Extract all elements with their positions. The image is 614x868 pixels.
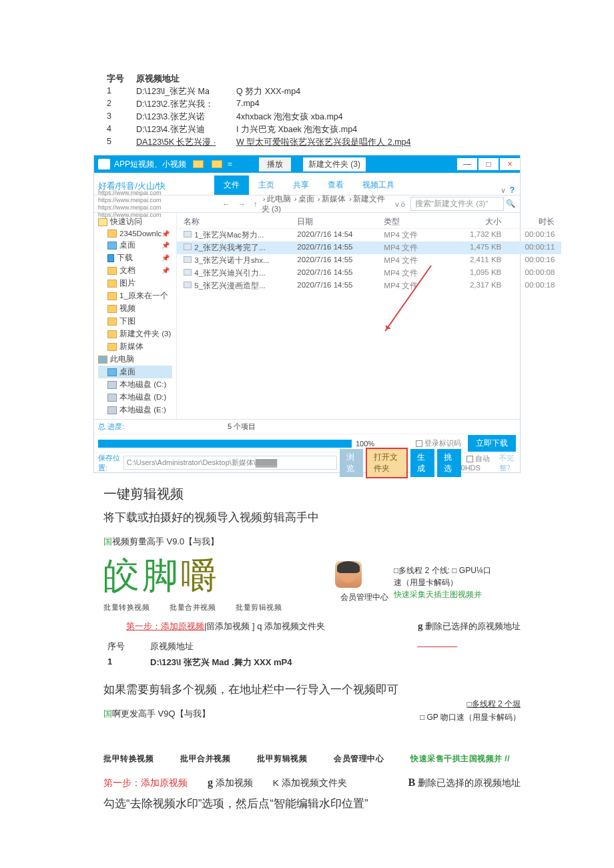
sidebar-tree: 快速访问2345Downlc📌桌面📌下载📌文档📌图片1_原来在一个视频下图新建文…	[94, 213, 177, 419]
app1-title: 视频剪量高手 V9.0【与我】	[112, 536, 219, 546]
tree-item[interactable]: 本地磁盘 (C:)	[98, 378, 172, 391]
decorative-characters: 皎脚嚼	[103, 552, 282, 600]
step2-label[interactable]: 第一步：添加原视频	[103, 777, 188, 789]
pin-icon: 📌	[162, 242, 172, 249]
checkbox-login-id[interactable]	[416, 440, 422, 447]
item-count: 5 个项目	[221, 422, 262, 432]
avatar-icon[interactable]	[335, 561, 362, 588]
nav-up[interactable]: ↑	[250, 200, 262, 208]
folder-icon[interactable]	[193, 160, 204, 168]
nav-back[interactable]: ←	[218, 200, 234, 208]
open-folder-button[interactable]: 打开文件夹	[366, 448, 408, 478]
search-icon[interactable]: 🔍	[506, 199, 515, 208]
tree-item[interactable]: 文档📌	[98, 264, 172, 277]
incomplete-link[interactable]: 不完整?	[493, 453, 516, 473]
tree-item[interactable]: 本地磁盘 (E:)	[98, 404, 172, 416]
breadcrumb[interactable]: ›此电脑 ›桌面 ›新媒体 ›新建文件夹 (3)	[262, 194, 390, 214]
titlebar[interactable]: APP短视频、小视频 = 播放 新建文件夹 (3) — □ ×	[94, 155, 520, 173]
col-size[interactable]: 大小	[449, 217, 503, 227]
col-addr: 原视频地址	[136, 73, 236, 85]
minimize-button[interactable]: —	[457, 158, 477, 170]
fld-icon	[107, 230, 117, 238]
add-folder-k[interactable]: K 添加视频文件夹	[273, 777, 347, 789]
quick-collect-link[interactable]: 快速采集天插主图视频并	[394, 588, 521, 600]
tree-item-label: 桌面	[119, 367, 135, 377]
folder-icon-2[interactable]	[212, 160, 222, 168]
tree-item[interactable]: 1_原来在一个	[98, 290, 172, 302]
nav-forward[interactable]: →	[234, 200, 250, 208]
pin-icon: 📌	[162, 254, 172, 262]
download-now-button[interactable]: 立即下载	[468, 435, 516, 452]
close-button[interactable]: ×	[500, 158, 520, 170]
checkbox-auto-hds[interactable]	[467, 456, 473, 462]
tabs-row-2: 批甲转换视频 批甲合并视频 批甲剪辑视频 会员管理中心 快速采售干拱主国视频并 …	[103, 753, 521, 765]
file-icon	[184, 282, 192, 288]
tree-item[interactable]: 快速访问	[98, 215, 172, 228]
blue-icon	[107, 368, 117, 376]
search-input[interactable]: 搜索"新建文件夹 (3)" 🔍	[410, 197, 504, 211]
tree-item[interactable]: 新建文件夹 (3)	[98, 328, 172, 340]
col-type[interactable]: 类型	[382, 217, 449, 227]
col-date[interactable]: 日期	[296, 217, 382, 227]
quick-collect-link-2[interactable]: 快速采售干拱主国视频并 //	[410, 753, 510, 765]
heading-one-click-edit: 一键剪辑视频	[103, 485, 521, 503]
tree-item[interactable]: 本地磁盘 (D:)	[98, 391, 172, 404]
video-editor-strip-2: 国啊更发高手 V9Q【与我】 □多线程 2 个堀 □ GP 吻口速（用显卡解码）…	[103, 708, 521, 789]
tree-item[interactable]: 此电脑	[98, 353, 172, 366]
tree-item-label: 此电脑	[110, 354, 134, 364]
tab-view[interactable]: 查看	[318, 175, 353, 195]
tree-item[interactable]: 下载📌	[98, 252, 172, 264]
maximize-button[interactable]: □	[479, 158, 499, 170]
fld-icon	[107, 267, 117, 275]
original-address-table: 字号 原视频地址 1D:\123\l_张艺兴 MaQ 努力 XXX-mp4 2D…	[107, 73, 614, 148]
progress-percent: 100%	[356, 440, 374, 448]
tab-share[interactable]: 共享	[284, 175, 318, 195]
file-icon	[184, 269, 192, 276]
add-video-g[interactable]: g g 添加视频添加视频	[208, 777, 253, 789]
delete-selected-b[interactable]: B 删除已选择的原视频地址	[408, 777, 521, 789]
tree-item[interactable]: 桌面📌	[98, 239, 172, 252]
save-path-input[interactable]: C:\Users\Administrator\Desktop\新媒体\▓▓▓▓	[123, 456, 337, 470]
delete-selected-link[interactable]: g 删除已选择的原视频地址	[418, 620, 521, 632]
tree-item[interactable]: 下图	[98, 315, 172, 328]
tab-home[interactable]: 主页	[249, 175, 284, 195]
tab-file[interactable]: 文件	[214, 175, 249, 195]
step-row-2: 第一步：添加原视频 g g 添加视频添加视频 K 添加视频文件夹 B 删除已选择…	[103, 777, 521, 789]
tree-item[interactable]: 图片	[98, 277, 172, 290]
pin-icon: 📌	[162, 267, 172, 274]
col-name[interactable]: 名称	[182, 217, 296, 227]
tree-item-label: 本地磁盘 (D:)	[119, 392, 166, 402]
play-tab[interactable]: 播放	[259, 157, 291, 171]
generate-button[interactable]: 生成	[410, 449, 434, 477]
tree-item[interactable]: 桌面	[98, 366, 172, 378]
tree-item[interactable]: 2345Downlc📌	[98, 228, 172, 239]
fld-icon	[107, 330, 117, 338]
app-title: APP短视频、小视频	[114, 159, 186, 170]
file-row[interactable]: 4_张艺兴迪兴引力...2020/7/16 14:55MP4 文件1,095 K…	[177, 267, 561, 280]
pick-button[interactable]: 挑选	[437, 449, 461, 477]
file-row[interactable]: 2_张艺兴我考完了...2020/7/16 14:55MP4 文件1,475 K…	[177, 242, 561, 254]
help-icon[interactable]: ?	[510, 185, 520, 195]
browse-button[interactable]: 浏览	[340, 449, 364, 477]
step1-label[interactable]: 第一步：添加原视频	[126, 621, 204, 631]
nav-row: https://www.meipai.com https://www.meipa…	[94, 195, 520, 213]
file-row[interactable]: 3_张艺兴诺十月shx...2020/7/16 14:55MP4 文件2,411…	[177, 254, 561, 267]
tree-item-label: 下图	[119, 316, 135, 326]
file-list: 名称 日期 类型 大小 时长 1_张艺兴Mac努力...2020/7/16 14…	[177, 213, 561, 419]
tree-item[interactable]: 视频	[98, 302, 172, 315]
import-table-1: 序号 原视频地址 1 D:\123\l 张艺兴 Mad .舞力 XXX mP4	[103, 638, 521, 670]
file-row[interactable]: 5_张艺兴漫画造型...2020/7/16 14:55MP4 文件2,317 K…	[177, 280, 561, 292]
col-duration[interactable]: 时长	[503, 217, 556, 227]
save-path-label: 保存位置:	[98, 453, 123, 473]
drive-icon	[107, 394, 117, 402]
tree-item-label: 视频	[119, 304, 135, 314]
fld-icon	[107, 280, 117, 288]
tree-item[interactable]: 新媒体	[98, 340, 172, 353]
fld-icon	[107, 292, 117, 300]
tree-item-label: 新建文件夹 (3)	[119, 329, 171, 339]
tree-item-label: 文档	[119, 266, 135, 276]
tab-video-tools[interactable]: 视频工具	[353, 175, 404, 195]
member-center-link[interactable]: 会员管理中心	[340, 592, 388, 603]
file-row[interactable]: 1_张艺兴Mac努力...2020/7/16 14:54MP4 文件1,732 …	[177, 229, 561, 242]
para-import: 将下载或拍摄好的视频导入视频剪辑高手中	[103, 510, 521, 525]
